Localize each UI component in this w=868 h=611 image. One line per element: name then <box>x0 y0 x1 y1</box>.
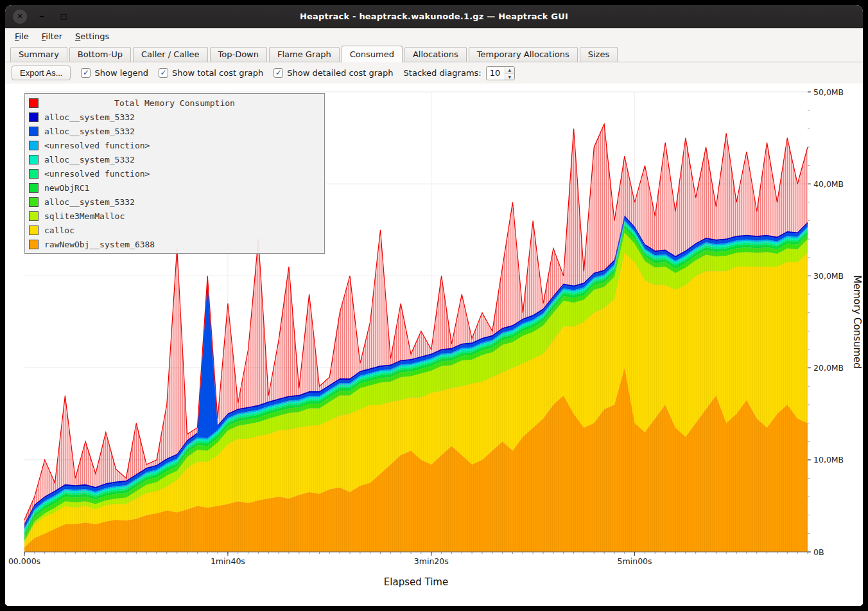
legend-item-label: alloc__system_5332 <box>44 112 135 122</box>
y-tick-label: 0B <box>813 547 824 557</box>
legend: Total Memory Consumptionalloc__system_53… <box>24 93 325 254</box>
heaptrack-window: ✕─□ Heaptrack - heaptrack.wakunode.1.gz … <box>5 5 863 606</box>
legend-item-label: newObjRC1 <box>44 183 89 193</box>
checkmark-icon: ✓ <box>159 68 168 78</box>
menu-filter[interactable]: Filter <box>36 30 68 42</box>
tab-sizes[interactable]: Sizes <box>580 47 618 62</box>
y-tick-label: 30,0MB <box>813 271 844 281</box>
stacked-diagrams-control: Stacked diagrams: 10 ▲ ▼ <box>404 66 515 80</box>
tab-flame-graph[interactable]: Flame Graph <box>269 47 340 62</box>
legend-item-label: calloc <box>44 226 74 235</box>
y-tick-label: 50,0MB <box>813 87 844 97</box>
minimize-button[interactable]: ─ <box>35 10 49 24</box>
menu-settings[interactable]: Settings <box>69 30 115 42</box>
tab-temporary-allocations[interactable]: Temporary Allocations <box>469 47 578 62</box>
toolbar: Export As... ✓Show legend✓Show total cos… <box>5 62 863 84</box>
legend-swatch <box>29 240 39 249</box>
legend-item: newObjRC1 <box>25 181 324 195</box>
y-tick-label: 40,0MB <box>813 179 844 189</box>
menubar: FileFilterSettings <box>5 28 863 44</box>
x-tick-label: 5min00s <box>618 556 652 566</box>
tabbar: SummaryBottom-UpCaller / CalleeTop-DownF… <box>5 44 863 62</box>
legend-swatch <box>29 197 39 207</box>
legend-item: alloc__system_5332 <box>25 152 324 166</box>
legend-item: alloc__system_5332 <box>25 110 324 124</box>
y-axis-label: Memory Consumed <box>851 275 863 369</box>
consumed-chart-widget: 00.000s1min40s3min20s5min00s0B10,0MB20,0… <box>5 84 863 606</box>
checkmark-icon: ✓ <box>81 68 91 78</box>
y-tick-label: 10,0MB <box>813 455 844 465</box>
checkbox-label: Show detailed cost graph <box>287 68 393 78</box>
titlebar: ✕─□ Heaptrack - heaptrack.wakunode.1.gz … <box>5 5 863 28</box>
legend-item: alloc__system_5332 <box>25 124 324 138</box>
stacked-diagrams-label: Stacked diagrams: <box>404 68 482 78</box>
legend-title-row: Total Memory Consumption <box>25 96 324 110</box>
export-as-button[interactable]: Export As... <box>12 66 71 80</box>
legend-item-label: <unresolved function> <box>44 141 150 150</box>
spinbox-value[interactable]: 10 <box>487 67 505 80</box>
y-tick-label: 20,0MB <box>813 363 844 373</box>
legend-swatch <box>29 169 39 179</box>
show-detailed-cost-graph-checkbox[interactable]: ✓Show detailed cost graph <box>273 68 393 78</box>
legend-item: calloc <box>25 223 324 237</box>
legend-item-label: alloc__system_5332 <box>44 127 135 136</box>
legend-item-label: sqlite3MemMalloc <box>44 211 125 221</box>
spin-up-arrow[interactable]: ▲ <box>505 67 514 74</box>
spinbox-arrows: ▲ ▼ <box>505 67 514 80</box>
tab-top-down[interactable]: Top-Down <box>210 47 267 62</box>
legend-swatch <box>29 112 39 122</box>
tab-bottom-up[interactable]: Bottom-Up <box>69 47 131 62</box>
legend-swatch <box>29 141 39 150</box>
close-button[interactable]: ✕ <box>13 10 27 24</box>
legend-swatch <box>29 155 39 164</box>
legend-swatch <box>29 226 39 235</box>
legend-item: <unresolved function> <box>25 138 324 152</box>
checkbox-label: Show total cost graph <box>172 68 263 78</box>
stacked-diagrams-spinbox[interactable]: 10 ▲ ▼ <box>486 66 515 80</box>
legend-swatch <box>29 127 39 136</box>
legend-title: Total Memory Consumption <box>25 98 324 108</box>
checkbox-label: Show legend <box>94 68 148 78</box>
legend-item-label: alloc__system_5332 <box>44 197 135 207</box>
x-tick-label: 3min20s <box>414 556 449 566</box>
tab-caller-callee[interactable]: Caller / Callee <box>133 47 208 62</box>
legend-item-label: <unresolved function> <box>44 169 150 179</box>
maximize-button[interactable]: □ <box>56 10 71 24</box>
tab-consumed[interactable]: Consumed <box>342 46 403 62</box>
x-tick-label: 00.000s <box>8 556 40 566</box>
checkmark-icon: ✓ <box>273 68 283 78</box>
window-controls: ✕─□ <box>5 10 71 24</box>
menu-file[interactable]: File <box>9 30 35 42</box>
legend-swatch <box>29 211 39 221</box>
tab-allocations[interactable]: Allocations <box>404 47 467 62</box>
x-tick-label: 1min40s <box>211 556 245 566</box>
checkbox-group: ✓Show legend✓Show total cost graph✓Show … <box>81 68 393 78</box>
legend-item: sqlite3MemMalloc <box>25 209 324 223</box>
x-axis-label: Elapsed Time <box>384 576 448 588</box>
legend-item-label: rawNewObj__system_6388 <box>44 240 155 249</box>
legend-item: rawNewObj__system_6388 <box>25 237 324 251</box>
show-legend-checkbox[interactable]: ✓Show legend <box>81 68 148 78</box>
window-title: Heaptrack - heaptrack.wakunode.1.gz — He… <box>5 12 863 21</box>
show-total-cost-graph-checkbox[interactable]: ✓Show total cost graph <box>159 68 263 78</box>
legend-item: alloc__system_5332 <box>25 195 324 209</box>
tab-summary[interactable]: Summary <box>10 47 67 62</box>
spin-down-arrow[interactable]: ▼ <box>505 74 514 80</box>
legend-item-label: alloc__system_5332 <box>44 155 135 164</box>
legend-swatch <box>29 183 39 193</box>
legend-item: <unresolved function> <box>25 166 324 181</box>
